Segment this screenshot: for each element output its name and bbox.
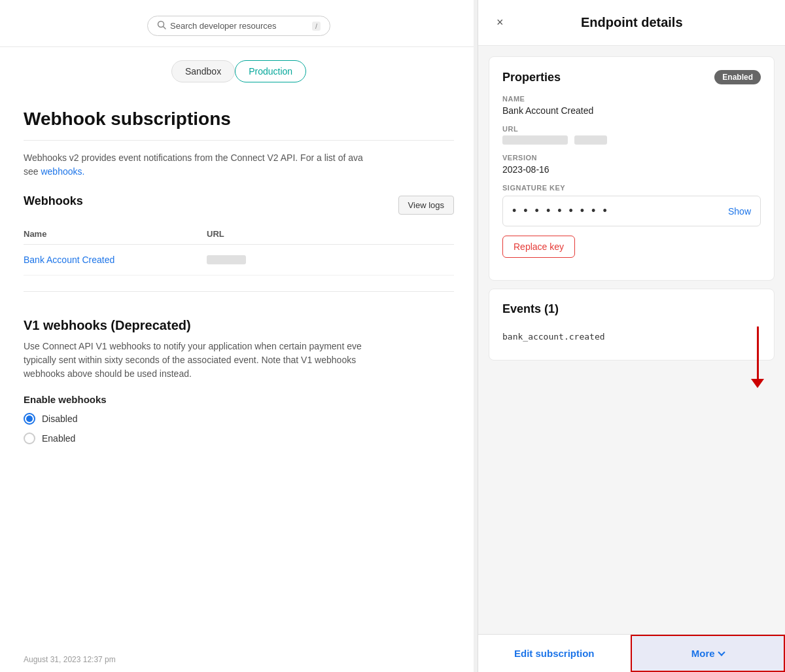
radio-disabled-label: Disabled <box>42 414 77 424</box>
properties-card: Properties Enabled NAME Bank Account Cre… <box>489 56 775 281</box>
replace-key-button[interactable]: Replace key <box>502 236 575 258</box>
url-blur-1 <box>502 135 568 145</box>
deprecated-desc: Use Connect API V1 webhooks to notify yo… <box>24 340 454 381</box>
webhooks-header: Webhooks View logs <box>24 194 454 216</box>
divider-1 <box>24 140 454 141</box>
search-shortcut: / <box>312 22 321 31</box>
panel-footer: Edit subscription More <box>478 634 785 672</box>
chevron-down-icon <box>718 648 725 656</box>
table-row: Bank Account Created <box>24 245 454 275</box>
card-header: Properties Enabled <box>502 70 761 84</box>
url-row <box>502 135 761 145</box>
version-value: 2023-08-16 <box>502 164 761 175</box>
view-logs-button[interactable]: View logs <box>398 196 454 215</box>
left-content: Webhook subscriptions Webhooks v2 provid… <box>0 93 478 460</box>
deprecated-title: V1 webhooks (Deprecated) <box>24 318 454 333</box>
events-card: Events (1) bank_account.created <box>489 289 775 361</box>
timestamp: August 31, 2023 12:37 pm <box>24 655 116 664</box>
row-url <box>207 255 454 264</box>
deprecated-desc-2: typically sent within sixty seconds of t… <box>24 355 356 365</box>
deprecated-section: V1 webhooks (Deprecated) Use Connect API… <box>24 318 454 444</box>
name-label: NAME <box>502 95 761 103</box>
col-url-header: URL <box>207 229 454 239</box>
version-label: VERSION <box>502 154 761 162</box>
col-name-header: Name <box>24 229 207 239</box>
right-panel: × Endpoint details Properties Enabled NA… <box>478 0 785 672</box>
sig-key-dots: • • • • • • • • • <box>512 204 609 218</box>
properties-title: Properties <box>502 71 561 84</box>
url-blur-2 <box>574 135 607 145</box>
panel-body: Properties Enabled NAME Bank Account Cre… <box>478 46 785 634</box>
page-title: Webhook subscriptions <box>24 109 454 130</box>
radio-group: Disabled Enabled <box>24 413 454 444</box>
name-value: Bank Account Created <box>502 105 761 116</box>
more-label: More <box>691 648 715 659</box>
tab-sandbox[interactable]: Sandbox <box>171 60 235 82</box>
svg-line-1 <box>164 27 166 29</box>
left-panel: Search developer resources / Sandbox Pro… <box>0 0 478 672</box>
radio-enabled[interactable]: Enabled <box>24 433 454 444</box>
prop-url-group: URL <box>502 125 761 145</box>
arrow-head <box>751 379 764 388</box>
radio-disabled-circle <box>24 413 35 425</box>
panel-title: Endpoint details <box>517 15 747 30</box>
webhooks-link[interactable]: webhooks. <box>41 166 84 177</box>
panel-header: × Endpoint details <box>478 0 785 46</box>
description: Webhooks v2 provides event notifications… <box>24 151 454 179</box>
events-card-header: Events (1) <box>502 302 761 316</box>
divider-2 <box>24 291 454 292</box>
prop-version-group: VERSION 2023-08-16 <box>502 154 761 175</box>
radio-disabled[interactable]: Disabled <box>24 413 454 425</box>
row-name: Bank Account Created <box>24 254 207 266</box>
event-item: bank_account.created <box>502 327 761 347</box>
tabs-row: Sandbox Production <box>0 47 478 93</box>
events-title: Events (1) <box>502 302 559 316</box>
enable-label: Enable webhooks <box>24 394 454 405</box>
webhooks-section-title: Webhooks <box>24 194 83 208</box>
description-text2: see <box>24 166 39 177</box>
search-placeholder: Search developer resources <box>170 21 277 31</box>
table-header: Name URL <box>24 224 454 245</box>
prop-name-group: NAME Bank Account Created <box>502 95 761 116</box>
search-bar-area: Search developer resources / <box>0 0 478 47</box>
edit-subscription-button[interactable]: Edit subscription <box>478 636 631 671</box>
prop-sig-group: SIGNATURE KEY • • • • • • • • • Show Rep… <box>502 184 761 258</box>
description-text: Webhooks v2 provides event notifications… <box>24 152 363 163</box>
radio-enabled-label: Enabled <box>42 433 75 444</box>
tab-production[interactable]: Production <box>235 60 306 82</box>
spacer <box>489 368 775 473</box>
close-button[interactable]: × <box>494 13 506 32</box>
bank-account-link[interactable]: Bank Account Created <box>24 255 114 265</box>
more-button[interactable]: More <box>631 635 786 672</box>
radio-enabled-circle <box>24 433 35 444</box>
deprecated-desc-1: Use Connect API V1 webhooks to notify yo… <box>24 341 362 351</box>
signature-key-box: • • • • • • • • • Show <box>502 196 761 226</box>
sig-key-label: SIGNATURE KEY <box>502 184 761 192</box>
show-button[interactable]: Show <box>728 206 751 217</box>
search-bar[interactable]: Search developer resources / <box>147 16 330 36</box>
url-placeholder <box>207 255 246 264</box>
enabled-badge: Enabled <box>714 70 761 84</box>
search-icon <box>157 20 166 31</box>
url-label: URL <box>502 125 761 133</box>
deprecated-desc-3: webhooks above should be used instead. <box>24 368 192 379</box>
